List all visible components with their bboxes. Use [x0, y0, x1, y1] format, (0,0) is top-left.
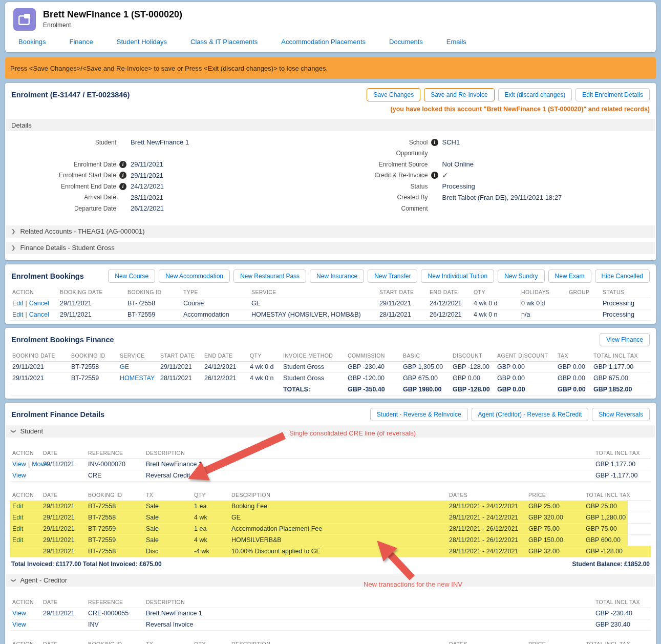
agent-reverse-recredit-button[interactable]: Agent (Creditor) - Reverse & ReCredit [472, 408, 589, 421]
new-insurance-button[interactable]: New Insurance [310, 269, 364, 283]
invoice-row: View CRE Reversal Credit GBP -1,177.00 [10, 470, 651, 482]
invoice-row: View 29/11/2021 CRE-0000055 Brett NewFin… [10, 608, 651, 619]
edit-link[interactable]: Edit [12, 536, 24, 544]
edit-link[interactable]: Edit [12, 525, 24, 532]
view-link[interactable]: View [12, 610, 26, 617]
separator: | [26, 300, 27, 307]
cell: 29/11/2021 - 24/12/2021 [447, 501, 526, 512]
cell: 26/12/2021 [428, 309, 472, 320]
cell: Accommodation Placement Fee [229, 524, 447, 534]
tab-bookings[interactable]: Bookings [18, 38, 46, 46]
cell: 29/11/2021 [158, 362, 202, 372]
tab-class-it-placements[interactable]: Class & IT Placements [190, 38, 258, 46]
show-reversals-button[interactable]: Show Reversals [592, 408, 650, 421]
edit-link[interactable]: Edit [12, 503, 24, 510]
bookings-actions: New Course New Accommodation New Restaur… [108, 269, 650, 283]
student-transactions-table: ACTION DATE BOOKING ID TX QTY DESCRIPTIO… [5, 489, 656, 557]
cell: GBP 25.00 [584, 501, 651, 512]
edit-enrolment-details-button[interactable]: Edit Enrolment Details [575, 88, 650, 101]
new-individual-tuition-button[interactable]: New Individual Tuition [421, 269, 494, 283]
column-header: TYPE [181, 286, 249, 298]
field-value: Processing [441, 182, 475, 190]
column-header: TOTAL INCL TAX [593, 596, 651, 608]
cell: 29/11/2021 [58, 309, 125, 320]
cell: 1 ea [192, 501, 229, 512]
cell: 4 wk [192, 512, 229, 523]
booking-row: Edit|Cancel 29/11/2021 BT-72559 Accommod… [10, 309, 651, 321]
student-invoice-table: ACTION DATE REFERENCE DESCRIPTION TOTAL … [5, 447, 656, 482]
new-transfer-button[interactable]: New Transfer [368, 269, 417, 283]
transactions-table-header: ACTION DATE BOOKING ID TX QTY DESCRIPTIO… [10, 489, 651, 501]
finance-details-summary-section[interactable]: Finance Details - Student Gross [6, 242, 655, 254]
view-link[interactable]: View [12, 621, 26, 628]
cell: GBP 150.00 [526, 535, 584, 546]
column-header: COMMISSION [346, 349, 401, 361]
tab-documents[interactable]: Documents [389, 38, 423, 46]
annotation-inv-note: New transactions for the new INV [364, 580, 462, 588]
exit-discard-button[interactable]: Exit (discard changes) [498, 88, 572, 101]
cell: 29/11/2021 [41, 535, 86, 546]
column-header: DATES [447, 489, 526, 501]
cell: GBP 32.00 [526, 546, 584, 557]
cell: 29/11/2021 [41, 546, 86, 557]
column-header: BOOKING ID [86, 489, 144, 501]
cancel-link[interactable]: Cancel [29, 300, 49, 307]
field-label: Enrolment End Date [11, 183, 116, 190]
cell: GBP -350.40 [346, 384, 401, 395]
cell: GBP -128.00 [451, 362, 495, 372]
cell [567, 298, 601, 309]
cell: BT-72559 [86, 524, 144, 534]
bookings-table: ACTION BOOKING DATE BOOKING ID TYPE SERV… [5, 286, 656, 321]
cell: BT-72558 [86, 512, 144, 523]
info-icon[interactable] [119, 161, 126, 168]
info-icon[interactable] [119, 183, 126, 190]
related-accounts-section[interactable]: Related Accounts - THEAG1 (AG-000001) [6, 225, 655, 238]
service-link[interactable]: HOMESTAY [120, 375, 155, 382]
save-warning-banner: Press <Save Changes>/<Save and Re-Invoic… [5, 57, 656, 79]
tab-student-holidays[interactable]: Student Holidays [117, 38, 167, 46]
tab-finance[interactable]: Finance [69, 38, 93, 46]
cell: GBP -128.00 [584, 546, 651, 557]
column-header: DATE [41, 489, 86, 501]
info-icon[interactable] [431, 139, 438, 146]
view-link[interactable]: View [12, 472, 26, 479]
info-icon[interactable] [431, 172, 438, 179]
view-finance-button[interactable]: View Finance [600, 333, 650, 346]
edit-link[interactable]: Edit [12, 514, 24, 521]
service-link[interactable]: GE [120, 363, 129, 370]
cell: BT-72558 [69, 362, 118, 372]
cell: GBP 0.00 [556, 384, 591, 395]
hide-cancelled-button[interactable]: Hide Cancelled [595, 269, 650, 283]
student-reverse-reinvoice-button[interactable]: Student - Reverse & ReInvoice [370, 408, 468, 421]
transaction-row-highlighted: Edit 29/11/2021 BT-72559 Sale 1 ea Accom… [10, 524, 651, 535]
new-restaurant-pass-button[interactable]: New Restaurant Pass [233, 269, 306, 283]
cancel-link[interactable]: Cancel [29, 311, 49, 318]
new-course-button[interactable]: New Course [108, 269, 155, 283]
info-icon[interactable] [119, 172, 126, 179]
field-value: Not Online [441, 160, 474, 168]
school-link[interactable]: SCH1 [441, 138, 460, 146]
tab-emails[interactable]: Emails [446, 38, 466, 46]
agent-invoice-table: ACTION DATE REFERENCE DESCRIPTION TOTAL … [5, 596, 656, 631]
cell: Processing [601, 298, 651, 309]
column-header: QTY [248, 349, 281, 361]
save-changes-button[interactable]: Save Changes [367, 88, 420, 101]
column-header: END DATE [202, 349, 248, 361]
tab-accommodation-placements[interactable]: Accommodation Placements [281, 38, 366, 46]
student-link[interactable]: Brett NewFinance 1 [130, 138, 189, 146]
edit-link[interactable]: Edit [12, 311, 24, 318]
enrolment-card: Enrolment (E-31447 / ET-0023846) Save Ch… [5, 83, 656, 260]
new-exam-button[interactable]: New Exam [548, 269, 591, 283]
cell: Sale [144, 512, 192, 523]
field-label: Enrolment Source [331, 161, 428, 168]
edit-link[interactable]: Edit [12, 300, 24, 307]
field-label: Opportunity [331, 150, 428, 157]
column-header: BOOKING ID [86, 638, 144, 644]
agent-creditor-section-header[interactable]: Agent - Creditor [6, 574, 655, 587]
new-sundry-button[interactable]: New Sundry [498, 269, 544, 283]
view-link[interactable]: View [12, 461, 26, 468]
save-and-reinvoice-button[interactable]: Save and Re-Invoice [424, 88, 494, 101]
column-header: STATUS [601, 286, 651, 298]
new-accommodation-button[interactable]: New Accommodation [159, 269, 230, 283]
section-label: Student [20, 427, 43, 435]
